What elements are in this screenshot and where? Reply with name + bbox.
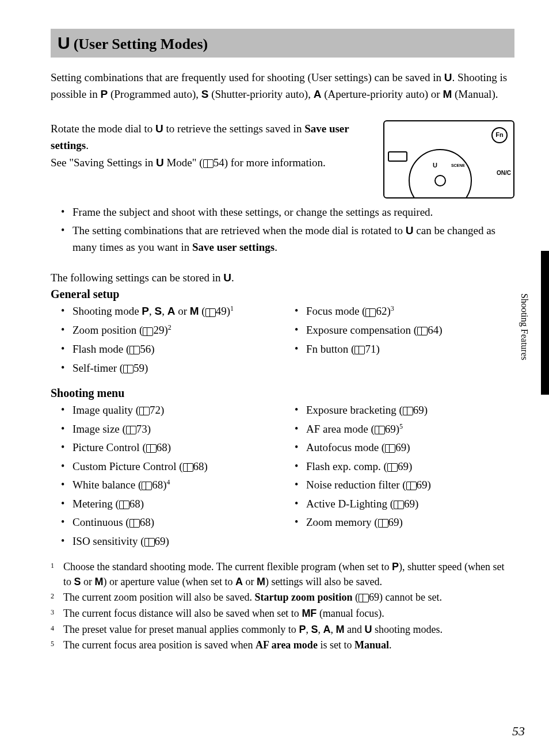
manual-ref-icon [144, 538, 155, 545]
mode-a-icon: A [314, 88, 322, 100]
manual-ref-icon [375, 426, 385, 433]
item-text: Zoom memory ( [306, 516, 378, 528]
fn-bold: Manual [354, 639, 389, 651]
mode-p-icon: P [101, 88, 108, 100]
mode-icon: M [95, 576, 104, 587]
manual-ref-icon [119, 501, 129, 508]
camera-body-part [388, 151, 407, 162]
manual-ref-icon [417, 327, 428, 334]
page-ref: 62) [376, 306, 390, 318]
rotate-text: to retrieve the settings saved in [163, 123, 304, 135]
manual-ref-icon [365, 308, 376, 316]
fn-bold: AF area mode [256, 639, 318, 651]
footnote-ref: 1 [230, 304, 234, 312]
list-item: Shooting mode P, S, A or M (49)1 [64, 303, 281, 320]
manual-ref-icon [354, 346, 365, 353]
mode-icon: P [299, 624, 306, 635]
page-ref: 69) [385, 423, 399, 435]
footnote-text: The current zoom position will also be s… [63, 590, 514, 605]
page-ref: 72) [150, 404, 164, 416]
page-ref: 29) [153, 324, 167, 337]
list-item: Self-timer (59) [64, 360, 281, 377]
page-ref: 56) [140, 343, 154, 355]
page-ref: 49) [216, 306, 230, 318]
shooting-left-list: Image quality (72)Image size (73)Picture… [51, 402, 281, 552]
page-ref: 68) [140, 516, 154, 528]
list-item: Image size (73) [64, 421, 281, 438]
list-item: Exposure compensation (64) [298, 322, 514, 339]
mode-icon: S [155, 306, 162, 318]
fn-text: The current focus distance will also be … [63, 608, 302, 619]
footnote-number: 3 [51, 606, 58, 621]
fn-text: shooting modes. [372, 624, 443, 635]
list-item: Flash mode (56) [64, 341, 281, 358]
fn-text: or [81, 576, 95, 587]
save-user-settings-label: Save user settings [192, 241, 274, 253]
mode-u-icon: U [444, 71, 452, 83]
list-item: Flash exp. comp. (69) [298, 459, 514, 475]
item-text: Shooting mode [73, 306, 142, 318]
rotate-text: See "Saving Settings in [51, 156, 156, 169]
page-number: 53 [512, 724, 525, 739]
mode-icon: A [167, 306, 176, 318]
rotate-text: 54) for more information. [214, 156, 326, 169]
mode-icon: M [257, 576, 265, 587]
mode-dial-icon: U SCENE [409, 149, 472, 198]
item-text: ISO sensitivity ( [73, 535, 144, 547]
page-ref: 69) [155, 535, 169, 547]
bullet-text: . [274, 241, 277, 253]
instruction-list: Frame the subject and shoot with these s… [51, 204, 514, 256]
fn-text: is set to [318, 639, 354, 651]
fn-button-icon: Fn [491, 127, 508, 143]
manual-ref-icon [183, 463, 193, 471]
item-text: Exposure compensation ( [306, 324, 417, 336]
intro-text: (Shutter-priority auto), [208, 88, 313, 100]
list-item: Zoom memory (69) [298, 514, 514, 531]
list-item: Zoom position (29)2 [64, 322, 281, 339]
mode-icon: U [364, 624, 372, 635]
manual-ref-icon [394, 501, 404, 508]
fn-text: and [344, 624, 364, 635]
list-item: Focus mode (62)3 [298, 303, 514, 320]
footnote-row: 3The current focus distance will also be… [51, 606, 514, 621]
manual-ref-icon [378, 519, 388, 526]
item-text: , [162, 306, 167, 318]
footnote-text: The preset value for preset manual appli… [63, 623, 514, 637]
item-text: ( [199, 306, 205, 318]
item-text: or [175, 306, 189, 318]
shooting-menu-heading: Shooting menu [51, 387, 514, 400]
page-ref: 69) [398, 460, 412, 472]
mode-u-icon: U [223, 272, 231, 284]
fn-text: ) settings will also be saved. [265, 576, 382, 587]
page-ref: 69) [395, 441, 410, 453]
intro-text: (Aperture-priority auto) or [321, 88, 443, 100]
manual-ref-icon [203, 159, 214, 167]
rotate-text: Rotate the mode dial to [51, 123, 155, 135]
item-text: Noise reduction filter ( [306, 479, 406, 491]
section-heading: U (User Setting Modes) [51, 29, 514, 58]
item-text: Active D-Lighting ( [306, 498, 394, 510]
item-text: Self-timer ( [73, 362, 123, 374]
fn-text: Choose the standard shooting mode. The c… [63, 561, 392, 572]
list-item: White balance (68)4 [64, 477, 281, 494]
page-ref: 69) [404, 498, 418, 510]
list-item: Continuous (68) [64, 514, 281, 531]
intro-text: (Programmed auto), [108, 88, 201, 100]
dial-scene-label: SCENE [451, 163, 465, 169]
item-text: Zoom position ( [73, 324, 143, 337]
intro-paragraph: Setting combinations that are frequently… [51, 69, 514, 103]
mode-u-icon: U [155, 123, 163, 135]
page-ref: 59) [134, 362, 148, 374]
fn-text: ) or aperture value (when set to [104, 576, 235, 587]
page-ref: 68) [129, 498, 144, 510]
fn-text: or [243, 576, 257, 587]
page-ref: 68) [193, 460, 208, 472]
rotate-text: . [86, 139, 89, 151]
list-item: Image quality (72) [64, 402, 281, 419]
list-item: Exposure bracketing (69) [298, 402, 514, 419]
manual-ref-icon [129, 346, 140, 353]
page-ref: 73) [136, 423, 151, 435]
footnote-row: 5The current focus area position is save… [51, 638, 514, 653]
item-text: Flash exp. comp. ( [306, 460, 387, 472]
camera-dial-illustration: Fn ON/C U SCENE [383, 120, 514, 198]
